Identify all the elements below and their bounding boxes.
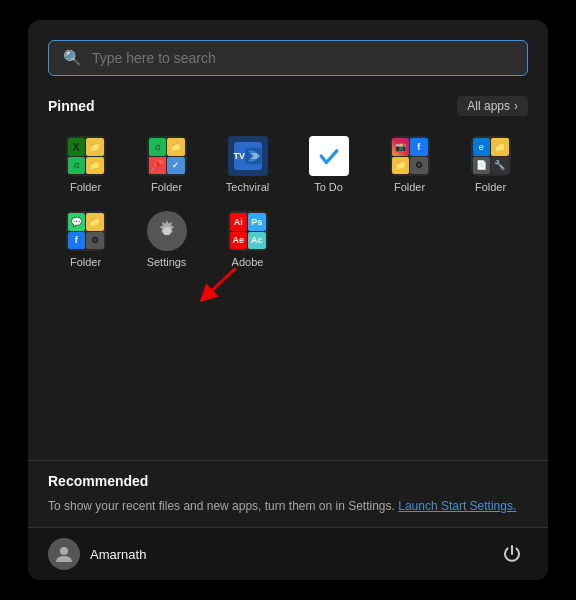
instagram-icon: 📸 — [392, 138, 410, 156]
xbox-icon: X — [68, 138, 86, 156]
folder-icon2: 📁 — [167, 138, 185, 156]
power-button[interactable] — [496, 538, 528, 570]
search-bar[interactable]: 🔍 — [48, 40, 528, 76]
search-container: 🔍 — [28, 20, 548, 86]
folder3-icon: 📸 f 📁 ⚙ — [390, 136, 430, 176]
app-folder3[interactable]: 📸 f 📁 ⚙ Folder — [372, 130, 447, 199]
fb-icon5: f — [68, 232, 86, 250]
adobe-icon: Ai Ps Ae Ac — [228, 211, 268, 251]
folder-icon3: 📁 — [392, 157, 410, 175]
folder2-icon: ♫ 📁 📌 ✓ — [147, 136, 187, 176]
misc-icon5: ⚙ — [86, 232, 104, 250]
spotify-icon2: ♫ — [149, 138, 167, 156]
apps-grid: X 📁 ♫ 📁 Folder ♫ 📁 📌 ✓ Folder — [48, 130, 528, 274]
whatsapp-icon: 💬 — [68, 213, 86, 231]
app-label-folder5: Folder — [70, 256, 101, 268]
app-label-folder4: Folder — [475, 181, 506, 193]
pinned-section: Pinned All apps › X 📁 ♫ 📁 Folder ♫ — [28, 86, 548, 460]
svg-point-8 — [60, 547, 68, 555]
misc-icon4a: 📄 — [473, 157, 491, 175]
start-menu: 🔍 Pinned All apps › X 📁 ♫ 📁 Folder — [28, 20, 548, 580]
ps-icon: Ps — [248, 213, 266, 231]
app-label-folder2: Folder — [151, 181, 182, 193]
facebook-icon: f — [410, 138, 428, 156]
app-todo[interactable]: To Do — [291, 130, 366, 199]
user-info[interactable]: Amarnath — [48, 538, 146, 570]
recommended-text: To show your recent files and new apps, … — [48, 497, 528, 515]
taskbar: Amarnath — [28, 527, 548, 580]
chevron-right-icon: › — [514, 99, 518, 113]
folder-icon-tr: 📁 — [86, 138, 104, 156]
todo-svg — [316, 143, 342, 169]
settings-icon — [147, 211, 187, 251]
recommended-section: Recommended To show your recent files an… — [28, 460, 548, 527]
folder1-icon: X 📁 ♫ 📁 — [66, 136, 106, 176]
app-techviral[interactable]: Techviral — [210, 130, 285, 199]
launch-settings-link[interactable]: Launch Start Settings. — [398, 499, 516, 513]
avatar-icon — [55, 545, 73, 563]
check-icon2: ✓ — [167, 157, 185, 175]
pin-icon: 📌 — [149, 157, 167, 175]
ae-icon: Ae — [230, 232, 248, 250]
techviral-logo — [234, 142, 262, 170]
recommended-description: To show your recent files and new apps, … — [48, 499, 395, 513]
pinned-title: Pinned — [48, 98, 95, 114]
folder-icon4: 📁 — [491, 138, 509, 156]
app-folder5[interactable]: 💬 📁 f ⚙ Folder — [48, 205, 123, 274]
techviral-icon — [228, 136, 268, 176]
all-apps-button[interactable]: All apps › — [457, 96, 528, 116]
power-icon — [503, 545, 521, 563]
spotify-icon: ♫ — [68, 157, 86, 175]
app-label-adobe: Adobe — [232, 256, 264, 268]
user-avatar — [48, 538, 80, 570]
ac-icon: Ac — [248, 232, 266, 250]
app-folder2[interactable]: ♫ 📁 📌 ✓ Folder — [129, 130, 204, 199]
folder4-icon: e 📁 📄 🔧 — [471, 136, 511, 176]
pinned-header: Pinned All apps › — [48, 96, 528, 116]
app-label-techviral: Techviral — [226, 181, 269, 193]
misc-icon4b: 🔧 — [491, 157, 509, 175]
app-label-settings: Settings — [147, 256, 187, 268]
folder5-icon: 💬 📁 f ⚙ — [66, 211, 106, 251]
app-folder1[interactable]: X 📁 ♫ 📁 Folder — [48, 130, 123, 199]
misc-icon3: ⚙ — [410, 157, 428, 175]
svg-point-5 — [163, 227, 171, 235]
all-apps-label: All apps — [467, 99, 510, 113]
search-input[interactable] — [92, 50, 513, 66]
app-label-folder3: Folder — [394, 181, 425, 193]
folder-icon-br: 📁 — [86, 157, 104, 175]
search-icon: 🔍 — [63, 49, 82, 67]
app-folder4[interactable]: e 📁 📄 🔧 Folder — [453, 130, 528, 199]
app-label-folder1: Folder — [70, 181, 101, 193]
app-label-todo: To Do — [314, 181, 343, 193]
ai-icon: Ai — [230, 213, 248, 231]
recommended-title: Recommended — [48, 473, 528, 489]
edge-icon: e — [473, 138, 491, 156]
todo-icon — [309, 136, 349, 176]
techviral-svg — [245, 145, 261, 167]
folder-icon5: 📁 — [86, 213, 104, 231]
app-settings[interactable]: Settings — [129, 205, 204, 274]
app-adobe[interactable]: Ai Ps Ae Ac Adobe — [210, 205, 285, 274]
user-name: Amarnath — [90, 547, 146, 562]
settings-svg — [154, 218, 180, 244]
